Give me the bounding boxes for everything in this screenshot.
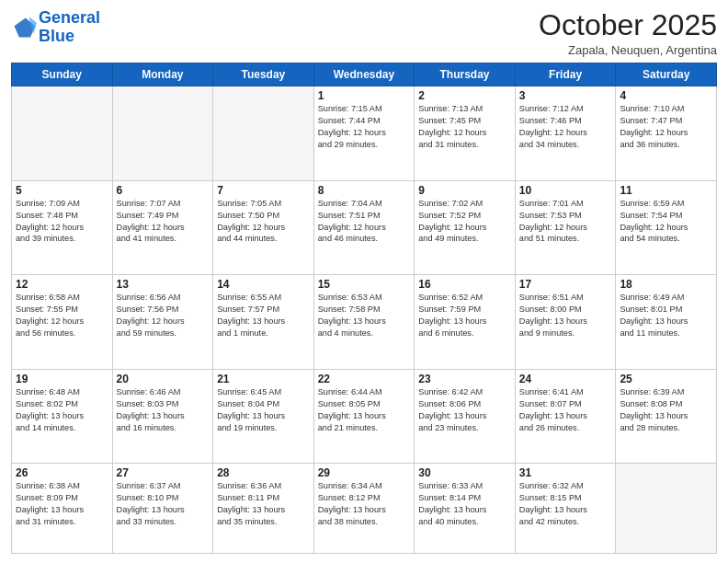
day-number: 11 (620, 184, 712, 197)
day-info: Sunrise: 6:42 AM Sunset: 8:06 PM Dayligh… (418, 386, 511, 434)
day-info: Sunrise: 6:58 AM Sunset: 7:55 PM Dayligh… (16, 292, 108, 339)
location-subtitle: Zapala, Neuquen, Argentina (539, 43, 717, 57)
calendar-day-9: 9Sunrise: 7:02 AM Sunset: 7:52 PM Daylig… (415, 180, 516, 275)
day-info: Sunrise: 6:33 AM Sunset: 8:14 PM Dayligh… (418, 480, 511, 528)
day-header-wednesday: Wednesday (313, 63, 415, 86)
calendar-week-row: 12Sunrise: 6:58 AM Sunset: 7:55 PM Dayli… (12, 275, 717, 370)
day-number: 29 (318, 466, 411, 479)
day-info: Sunrise: 6:38 AM Sunset: 8:09 PM Dayligh… (16, 480, 108, 528)
calendar-day-8: 8Sunrise: 7:04 AM Sunset: 7:51 PM Daylig… (313, 180, 415, 275)
calendar-day-10: 10Sunrise: 7:01 AM Sunset: 7:53 PM Dayli… (515, 180, 616, 275)
day-number: 24 (519, 373, 612, 385)
day-number: 8 (318, 184, 411, 197)
day-number: 3 (519, 89, 612, 102)
day-info: Sunrise: 7:10 AM Sunset: 7:47 PM Dayligh… (620, 103, 712, 151)
calendar-week-row: 19Sunrise: 6:48 AM Sunset: 8:02 PM Dayli… (12, 369, 717, 464)
day-number: 9 (418, 184, 511, 197)
calendar-day-30: 30Sunrise: 6:33 AM Sunset: 8:14 PM Dayli… (415, 464, 516, 554)
calendar-empty-cell (112, 86, 213, 181)
calendar-week-row: 1Sunrise: 7:15 AM Sunset: 7:44 PM Daylig… (12, 86, 717, 181)
day-info: Sunrise: 6:55 AM Sunset: 7:57 PM Dayligh… (217, 292, 310, 339)
calendar-day-3: 3Sunrise: 7:12 AM Sunset: 7:46 PM Daylig… (515, 86, 616, 181)
day-number: 5 (16, 184, 108, 197)
day-number: 20 (117, 373, 210, 385)
day-info: Sunrise: 6:44 AM Sunset: 8:05 PM Dayligh… (318, 386, 411, 434)
calendar-day-31: 31Sunrise: 6:32 AM Sunset: 8:15 PM Dayli… (515, 464, 616, 554)
day-info: Sunrise: 6:32 AM Sunset: 8:15 PM Dayligh… (519, 480, 612, 528)
day-info: Sunrise: 6:34 AM Sunset: 8:12 PM Dayligh… (318, 480, 411, 528)
logo-text: General Blue (39, 9, 100, 46)
day-info: Sunrise: 7:01 AM Sunset: 7:53 PM Dayligh… (519, 198, 612, 246)
day-info: Sunrise: 7:02 AM Sunset: 7:52 PM Dayligh… (418, 198, 511, 246)
day-number: 16 (418, 278, 511, 291)
day-number: 17 (519, 278, 612, 291)
day-number: 26 (16, 466, 108, 479)
day-info: Sunrise: 6:46 AM Sunset: 8:03 PM Dayligh… (117, 386, 210, 434)
day-number: 4 (620, 89, 712, 102)
calendar-day-4: 4Sunrise: 7:10 AM Sunset: 7:47 PM Daylig… (616, 86, 717, 181)
day-header-saturday: Saturday (616, 63, 717, 86)
calendar-day-21: 21Sunrise: 6:45 AM Sunset: 8:04 PM Dayli… (213, 369, 314, 464)
calendar-day-14: 14Sunrise: 6:55 AM Sunset: 7:57 PM Dayli… (213, 275, 314, 370)
day-info: Sunrise: 6:59 AM Sunset: 7:54 PM Dayligh… (620, 198, 712, 246)
page: General Blue October 2025 Zapala, Neuque… (0, 0, 728, 563)
calendar-day-11: 11Sunrise: 6:59 AM Sunset: 7:54 PM Dayli… (616, 180, 717, 275)
day-info: Sunrise: 7:04 AM Sunset: 7:51 PM Dayligh… (318, 198, 411, 246)
day-header-sunday: Sunday (12, 63, 113, 86)
day-info: Sunrise: 6:37 AM Sunset: 8:10 PM Dayligh… (117, 480, 210, 528)
day-info: Sunrise: 7:07 AM Sunset: 7:49 PM Dayligh… (117, 198, 210, 246)
day-number: 10 (519, 184, 612, 197)
calendar-table: SundayMondayTuesdayWednesdayThursdayFrid… (11, 63, 717, 554)
day-info: Sunrise: 6:49 AM Sunset: 8:01 PM Dayligh… (620, 292, 712, 339)
calendar-day-26: 26Sunrise: 6:38 AM Sunset: 8:09 PM Dayli… (12, 464, 113, 554)
day-number: 23 (418, 373, 511, 385)
day-header-monday: Monday (112, 63, 213, 86)
day-info: Sunrise: 7:13 AM Sunset: 7:45 PM Dayligh… (418, 103, 511, 151)
calendar-day-23: 23Sunrise: 6:42 AM Sunset: 8:06 PM Dayli… (415, 369, 516, 464)
logo-line1: General (39, 8, 100, 27)
day-header-thursday: Thursday (415, 63, 516, 86)
day-number: 18 (620, 278, 712, 291)
title-block: October 2025 Zapala, Neuquen, Argentina (539, 9, 717, 57)
calendar-day-19: 19Sunrise: 6:48 AM Sunset: 8:02 PM Dayli… (12, 369, 113, 464)
day-number: 6 (117, 184, 210, 197)
calendar-empty-cell (616, 464, 717, 554)
day-number: 28 (217, 466, 310, 479)
logo-icon (11, 15, 37, 40)
calendar-week-row: 26Sunrise: 6:38 AM Sunset: 8:09 PM Dayli… (12, 464, 717, 554)
calendar-day-22: 22Sunrise: 6:44 AM Sunset: 8:05 PM Dayli… (313, 369, 415, 464)
day-info: Sunrise: 7:15 AM Sunset: 7:44 PM Dayligh… (318, 103, 411, 151)
calendar-day-29: 29Sunrise: 6:34 AM Sunset: 8:12 PM Dayli… (313, 464, 415, 554)
day-header-friday: Friday (515, 63, 616, 86)
calendar-day-13: 13Sunrise: 6:56 AM Sunset: 7:56 PM Dayli… (112, 275, 213, 370)
day-number: 12 (16, 278, 108, 291)
calendar-day-6: 6Sunrise: 7:07 AM Sunset: 7:49 PM Daylig… (112, 180, 213, 275)
day-number: 27 (117, 466, 210, 479)
calendar-day-27: 27Sunrise: 6:37 AM Sunset: 8:10 PM Dayli… (112, 464, 213, 554)
day-number: 25 (620, 373, 712, 385)
calendar-empty-cell (12, 86, 113, 181)
day-info: Sunrise: 7:05 AM Sunset: 7:50 PM Dayligh… (217, 198, 310, 246)
calendar-day-24: 24Sunrise: 6:41 AM Sunset: 8:07 PM Dayli… (515, 369, 616, 464)
calendar-day-25: 25Sunrise: 6:39 AM Sunset: 8:08 PM Dayli… (616, 369, 717, 464)
day-info: Sunrise: 6:45 AM Sunset: 8:04 PM Dayligh… (217, 386, 310, 434)
calendar-day-7: 7Sunrise: 7:05 AM Sunset: 7:50 PM Daylig… (213, 180, 314, 275)
calendar-day-1: 1Sunrise: 7:15 AM Sunset: 7:44 PM Daylig… (313, 86, 415, 181)
day-info: Sunrise: 6:52 AM Sunset: 7:59 PM Dayligh… (418, 292, 511, 339)
day-number: 30 (418, 466, 511, 479)
day-number: 22 (318, 373, 411, 385)
day-info: Sunrise: 6:51 AM Sunset: 8:00 PM Dayligh… (519, 292, 612, 339)
calendar-week-row: 5Sunrise: 7:09 AM Sunset: 7:48 PM Daylig… (12, 180, 717, 275)
day-info: Sunrise: 6:48 AM Sunset: 8:02 PM Dayligh… (16, 386, 108, 434)
day-number: 2 (418, 89, 511, 102)
day-number: 31 (519, 466, 612, 479)
day-number: 13 (117, 278, 210, 291)
day-info: Sunrise: 6:41 AM Sunset: 8:07 PM Dayligh… (519, 386, 612, 434)
day-number: 21 (217, 373, 310, 385)
calendar-day-17: 17Sunrise: 6:51 AM Sunset: 8:00 PM Dayli… (515, 275, 616, 370)
calendar-day-12: 12Sunrise: 6:58 AM Sunset: 7:55 PM Dayli… (12, 275, 113, 370)
calendar-header-row: SundayMondayTuesdayWednesdayThursdayFrid… (12, 63, 717, 86)
header: General Blue October 2025 Zapala, Neuque… (11, 9, 717, 57)
day-info: Sunrise: 6:56 AM Sunset: 7:56 PM Dayligh… (117, 292, 210, 339)
calendar-day-2: 2Sunrise: 7:13 AM Sunset: 7:45 PM Daylig… (415, 86, 516, 181)
